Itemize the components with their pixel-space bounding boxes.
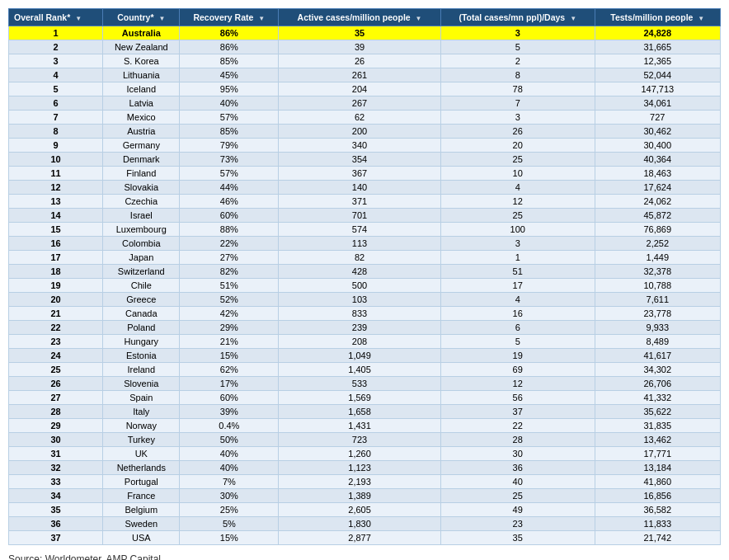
country-cell: Italy	[103, 405, 180, 419]
data-cell: 9,933	[595, 321, 720, 335]
data-cell: 40%	[180, 461, 279, 475]
data-cell: 10,788	[595, 279, 720, 293]
table-row: 13Czechia46%3711224,062	[9, 195, 721, 209]
rank-cell: 7	[9, 111, 103, 125]
data-cell: 82%	[180, 265, 279, 279]
data-cell: 16	[440, 307, 595, 321]
data-cell: 239	[279, 321, 441, 335]
data-cell: 27%	[180, 251, 279, 265]
rank-cell: 13	[9, 195, 103, 209]
rank-cell: 26	[9, 377, 103, 391]
rank-cell: 19	[9, 279, 103, 293]
data-cell: 1,405	[279, 363, 441, 377]
data-cell: 371	[279, 195, 441, 209]
rank-cell: 18	[9, 265, 103, 279]
data-cell: 25	[440, 153, 595, 167]
data-cell: 24,062	[595, 195, 720, 209]
data-cell: 31,665	[595, 40, 720, 54]
data-cell: 12	[440, 377, 595, 391]
data-cell: 7	[440, 96, 595, 111]
data-cell: 50%	[180, 433, 279, 447]
data-cell: 833	[279, 307, 441, 321]
data-cell: 60%	[180, 391, 279, 405]
data-cell: 25	[440, 489, 595, 503]
data-cell: 3	[440, 26, 595, 40]
data-cell: 3	[440, 237, 595, 251]
data-cell: 267	[279, 96, 441, 111]
data-cell: 1,830	[279, 517, 441, 531]
data-cell: 533	[279, 377, 441, 391]
data-cell: 82	[279, 251, 441, 265]
data-cell: 428	[279, 265, 441, 279]
data-cell: 95%	[180, 82, 279, 96]
data-cell: 79%	[180, 139, 279, 153]
data-cell: 25%	[180, 503, 279, 517]
rank-cell: 3	[9, 54, 103, 68]
data-cell: 261	[279, 68, 441, 82]
country-cell: Japan	[103, 251, 180, 265]
data-cell: 7,611	[595, 293, 720, 307]
column-header-0[interactable]: Overall Rank* ▼	[9, 9, 103, 26]
data-cell: 62	[279, 111, 441, 125]
data-cell: 40%	[180, 96, 279, 111]
rank-cell: 20	[9, 293, 103, 307]
data-cell: 5	[440, 40, 595, 54]
table-row: 33Portugal7%2,1934041,860	[9, 475, 721, 489]
rank-cell: 32	[9, 461, 103, 475]
rank-cell: 11	[9, 167, 103, 181]
table-row: 27Spain60%1,5695641,332	[9, 391, 721, 405]
data-cell: 1,123	[279, 461, 441, 475]
country-cell: Israel	[103, 209, 180, 223]
data-cell: 41,617	[595, 349, 720, 363]
country-cell: Australia	[103, 26, 180, 40]
table-row: 22Poland29%23969,933	[9, 321, 721, 335]
data-cell: 57%	[180, 111, 279, 125]
data-cell: 1,260	[279, 447, 441, 461]
table-row: 2New Zealand86%39531,665	[9, 40, 721, 54]
table-row: 37USA15%2,8773521,742	[9, 531, 721, 545]
country-cell: Belgium	[103, 503, 180, 517]
data-cell: 62%	[180, 363, 279, 377]
data-cell: 15%	[180, 349, 279, 363]
rank-cell: 30	[9, 433, 103, 447]
covid-rankings-table: Overall Rank* ▼Country* ▼Recovery Rate ▼…	[8, 8, 721, 545]
table-row: 24Estonia15%1,0491941,617	[9, 349, 721, 363]
data-cell: 0.4%	[180, 419, 279, 433]
data-cell: 2,605	[279, 503, 441, 517]
data-cell: 29%	[180, 321, 279, 335]
data-cell: 11,833	[595, 517, 720, 531]
country-cell: Luxembourg	[103, 223, 180, 237]
rank-cell: 2	[9, 40, 103, 54]
data-cell: 147,713	[595, 82, 720, 96]
data-cell: 1,049	[279, 349, 441, 363]
column-header-2[interactable]: Recovery Rate ▼	[180, 9, 279, 26]
data-cell: 76,869	[595, 223, 720, 237]
rank-cell: 21	[9, 307, 103, 321]
column-header-4[interactable]: (Total cases/mn ppl)/Days ▼	[440, 9, 595, 26]
data-cell: 4	[440, 293, 595, 307]
data-cell: 73%	[180, 153, 279, 167]
data-cell: 7%	[180, 475, 279, 489]
data-cell: 35,622	[595, 405, 720, 419]
data-cell: 41,860	[595, 475, 720, 489]
column-header-5[interactable]: Tests/million people ▼	[595, 9, 720, 26]
country-cell: France	[103, 489, 180, 503]
country-cell: Latvia	[103, 96, 180, 111]
data-cell: 2	[440, 54, 595, 68]
data-cell: 13,184	[595, 461, 720, 475]
country-cell: Germany	[103, 139, 180, 153]
table-row: 35Belgium25%2,6054936,582	[9, 503, 721, 517]
rank-cell: 16	[9, 237, 103, 251]
data-cell: 16,856	[595, 489, 720, 503]
country-cell: Norway	[103, 419, 180, 433]
data-cell: 15%	[180, 531, 279, 545]
table-row: 14Israel60%7012545,872	[9, 209, 721, 223]
column-header-3[interactable]: Active cases/million people ▼	[279, 9, 441, 26]
country-cell: UK	[103, 447, 180, 461]
column-header-1[interactable]: Country* ▼	[103, 9, 180, 26]
table-row: 34France30%1,3892516,856	[9, 489, 721, 503]
data-cell: 200	[279, 125, 441, 139]
data-cell: 1,449	[595, 251, 720, 265]
country-cell: Mexico	[103, 111, 180, 125]
data-cell: 354	[279, 153, 441, 167]
